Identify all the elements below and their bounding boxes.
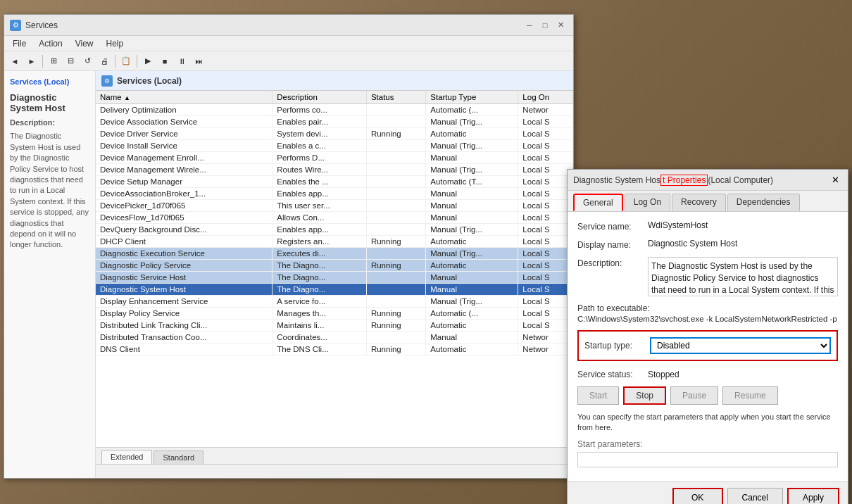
- col-status[interactable]: Status: [366, 91, 425, 104]
- toolbar-back[interactable]: ◄: [7, 53, 23, 69]
- toolbar-properties[interactable]: 📋: [118, 53, 134, 69]
- table-cell: Local S: [518, 284, 573, 296]
- left-panel-description: The Diagnostic System Host is used by th…: [10, 131, 89, 250]
- menu-view[interactable]: View: [70, 37, 99, 50]
- table-cell: Manual (Trig...: [426, 296, 518, 308]
- description-text[interactable]: The Diagnostic System Host is used by th…: [648, 257, 838, 296]
- table-row[interactable]: Device Association ServiceEnables pair..…: [96, 116, 573, 128]
- toolbar-pause-service[interactable]: ⏸: [174, 53, 189, 69]
- table-cell: Allows Con...: [272, 212, 367, 224]
- table-cell: Performs co...: [272, 104, 367, 116]
- menu-file[interactable]: File: [7, 37, 32, 50]
- toolbar-sep-1: [42, 55, 43, 68]
- display-name-label: Display name:: [577, 239, 648, 250]
- maximize-button[interactable]: □: [538, 18, 552, 32]
- resume-service-button[interactable]: Resume: [722, 386, 778, 405]
- table-row[interactable]: DNS ClientThe DNS Cli...RunningAutomatic…: [96, 344, 573, 355]
- toolbar-stop-service[interactable]: ■: [157, 53, 173, 69]
- table-row[interactable]: Distributed Transaction Coo...Coordinate…: [96, 332, 573, 344]
- col-startup[interactable]: Startup Type: [426, 91, 518, 104]
- dialog-title-prefix: Diagnostic System Hos: [573, 175, 660, 185]
- tab-standard[interactable]: Standard: [154, 451, 203, 464]
- dialog-close-button[interactable]: ✕: [828, 173, 842, 187]
- table-row[interactable]: DevicesFlow_1d70f065Allows Con...ManualL…: [96, 212, 573, 224]
- table-row[interactable]: Distributed Link Tracking Cli...Maintain…: [96, 320, 573, 332]
- menu-action[interactable]: Action: [33, 37, 68, 50]
- ok-button[interactable]: OK: [672, 488, 723, 504]
- toolbar-show-hide[interactable]: ⊟: [63, 53, 78, 69]
- table-cell: [366, 248, 425, 260]
- table-row[interactable]: DeviceAssociationBroker_1...Enables app.…: [96, 188, 573, 200]
- col-logon[interactable]: Log On: [518, 91, 573, 104]
- sub-header-title: Services (Local): [117, 76, 182, 86]
- table-cell: Automatic (...: [426, 104, 518, 116]
- toolbar-start-service[interactable]: ▶: [140, 53, 156, 69]
- sub-header-icon: ⚙: [101, 75, 113, 87]
- cancel-button[interactable]: Cancel: [727, 488, 783, 504]
- col-desc[interactable]: Description: [272, 91, 367, 104]
- startup-type-select[interactable]: Disabled Automatic Automatic (Delayed St…: [650, 337, 831, 354]
- service-status-value: Stopped: [648, 370, 679, 379]
- pause-service-button[interactable]: Pause: [670, 386, 718, 405]
- description-header: Description:: [10, 118, 55, 127]
- table-cell: Manual: [426, 272, 518, 284]
- table-cell: Delivery Optimization: [96, 104, 272, 116]
- table-cell: Device Association Service: [96, 116, 272, 128]
- service-status-section: Service status: Stopped: [577, 370, 838, 379]
- table-row[interactable]: Device Install ServiceEnables a c...Manu…: [96, 140, 573, 152]
- dialog-tab-logon[interactable]: Log On: [625, 194, 670, 211]
- table-row[interactable]: Display Policy ServiceManages th...Runni…: [96, 308, 573, 320]
- start-service-button[interactable]: Start: [577, 386, 619, 405]
- table-cell: Display Policy Service: [96, 308, 272, 320]
- table-row[interactable]: Diagnostic Service HostThe Diagno...Manu…: [96, 272, 573, 284]
- table-row[interactable]: DevicePicker_1d70f065This user ser...Man…: [96, 200, 573, 212]
- table-cell: [366, 188, 425, 200]
- left-panel-nav-label[interactable]: Services (Local): [10, 77, 69, 86]
- toolbar-up[interactable]: ⊞: [46, 53, 61, 69]
- tab-extended[interactable]: Extended: [101, 450, 152, 464]
- toolbar-print[interactable]: 🖨: [96, 53, 112, 69]
- table-cell: [366, 116, 425, 128]
- menu-bar: File Action View Help: [4, 36, 573, 51]
- dialog-tab-general[interactable]: General: [573, 194, 623, 211]
- table-cell: [366, 332, 425, 344]
- table-cell: DHCP Client: [96, 236, 272, 248]
- table-row[interactable]: Device Driver ServiceSystem devi...Runni…: [96, 128, 573, 140]
- table-row[interactable]: Device Setup ManagerEnables the ...Autom…: [96, 176, 573, 188]
- table-row[interactable]: Diagnostic Policy ServiceThe Diagno...Ru…: [96, 260, 573, 272]
- table-cell: Distributed Link Tracking Cli...: [96, 320, 272, 332]
- menu-help[interactable]: Help: [101, 37, 130, 50]
- dialog-tab-dependencies[interactable]: Dependencies: [727, 194, 800, 211]
- table-cell: Local S: [518, 152, 573, 164]
- toolbar-refresh[interactable]: ↺: [80, 53, 95, 69]
- toolbar-forward[interactable]: ►: [24, 53, 39, 69]
- service-name-label: Service name:: [577, 220, 648, 232]
- table-cell: Manual: [426, 212, 518, 224]
- toolbar-restart-service[interactable]: ⏭: [191, 53, 206, 69]
- left-panel-nav[interactable]: Services (Local): [10, 77, 89, 87]
- dialog-title-suffix: (Local Computer): [708, 175, 773, 185]
- close-button[interactable]: ✕: [553, 18, 568, 32]
- table-row[interactable]: DevQuery Background Disc...Enables app..…: [96, 224, 573, 236]
- table-row[interactable]: Display Enhancement ServiceA service fo.…: [96, 296, 573, 308]
- table-row[interactable]: Diagnostic Execution ServiceExecutes di.…: [96, 248, 573, 260]
- table-row[interactable]: Diagnostic System HostThe Diagno...Manua…: [96, 284, 573, 296]
- start-params-input[interactable]: [577, 452, 838, 467]
- table-cell: Local S: [518, 200, 573, 212]
- table-row[interactable]: Device Management Wirele...Routes Wire..…: [96, 164, 573, 176]
- description-field: Description: The Diagnostic System Host …: [577, 257, 838, 296]
- col-name[interactable]: Name ▲: [96, 91, 272, 104]
- minimize-button[interactable]: ─: [522, 18, 537, 32]
- table-row[interactable]: Delivery OptimizationPerforms co...Autom…: [96, 104, 573, 116]
- table-row[interactable]: Device Management Enroll...Performs D...…: [96, 152, 573, 164]
- dialog-tab-recovery[interactable]: Recovery: [672, 194, 726, 211]
- table-cell: Distributed Transaction Coo...: [96, 332, 272, 344]
- stop-service-button[interactable]: Stop: [623, 386, 666, 405]
- table-cell: Manages th...: [272, 308, 367, 320]
- sub-header: ⚙ Services (Local): [96, 71, 573, 91]
- apply-button[interactable]: Apply: [787, 488, 839, 504]
- table-cell: A service fo...: [272, 296, 367, 308]
- table-cell: DevQuery Background Disc...: [96, 224, 272, 236]
- table-row[interactable]: DHCP ClientRegisters an...RunningAutomat…: [96, 236, 573, 248]
- services-table-container[interactable]: Name ▲ Description Status Startup Type L…: [96, 91, 573, 447]
